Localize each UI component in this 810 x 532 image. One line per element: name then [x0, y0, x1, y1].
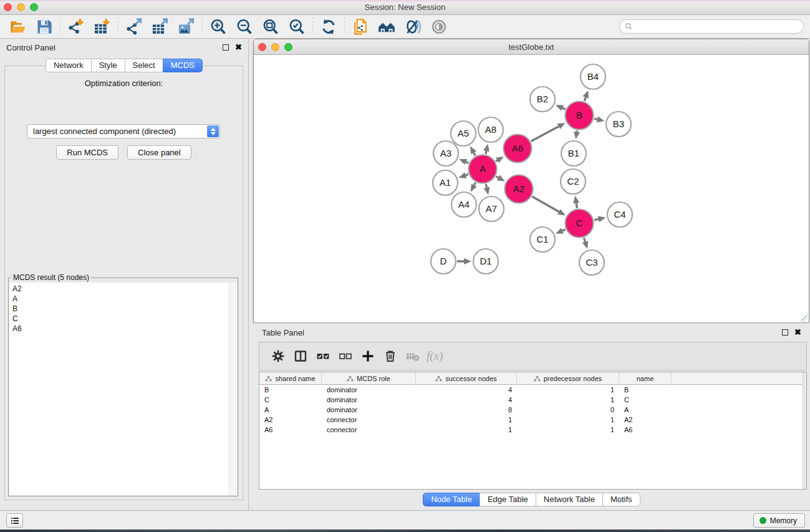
new-network-from-selection-button[interactable]: [347, 17, 374, 37]
column-settings-button[interactable]: [267, 346, 289, 366]
graph-edge-A-A2[interactable]: [496, 177, 498, 178]
float-table-panel-icon[interactable]: [782, 329, 788, 336]
graph-node-A1[interactable]: A1: [433, 170, 458, 195]
float-panel-icon[interactable]: [223, 44, 229, 51]
graph-edge-A-A4[interactable]: [474, 183, 475, 185]
table-row[interactable]: Bdominator41B: [259, 385, 806, 395]
graph-node-C4[interactable]: C4: [607, 202, 632, 227]
refresh-view-button[interactable]: [316, 17, 342, 37]
column-header-predecessor-nodes[interactable]: predecessor nodes: [517, 372, 619, 385]
tab-select[interactable]: Select: [125, 59, 163, 72]
select-all-rows-button[interactable]: [312, 346, 334, 366]
graph-edge-A-A5[interactable]: [474, 153, 476, 156]
graph-node-A8[interactable]: A8: [478, 117, 503, 142]
open-session-button[interactable]: [5, 17, 31, 37]
graph-node-A4[interactable]: A4: [451, 192, 476, 217]
graph-node-D[interactable]: D: [431, 249, 456, 274]
export-image-button[interactable]: [173, 17, 200, 37]
search-box[interactable]: [619, 19, 804, 34]
graph-edge-A6-B[interactable]: [531, 127, 559, 142]
optimization-criterion-select[interactable]: largest connected component (directed): [27, 124, 220, 138]
graph-node-D1[interactable]: D1: [473, 249, 498, 274]
column-header-shared-name[interactable]: shared name: [259, 372, 322, 385]
mcds-result-item[interactable]: A2: [9, 283, 237, 294]
graph-node-A6[interactable]: A6: [504, 135, 532, 163]
graph-node-C1[interactable]: C1: [530, 227, 555, 252]
column-header-MCDS-role[interactable]: MCDS role: [322, 372, 416, 385]
tab-motifs[interactable]: Motifs: [602, 493, 640, 506]
graph-node-C2[interactable]: C2: [561, 169, 586, 194]
network-canvas[interactable]: AA1A2A3A4A5A6A7A8BB1B2B3B4CC1C2C3C4DD1: [254, 56, 808, 321]
zoom-selected-button[interactable]: [284, 17, 310, 37]
graph-node-A5[interactable]: A5: [451, 121, 476, 146]
graph-edge-A-A6[interactable]: [496, 160, 498, 162]
table-row[interactable]: A6connector11A6: [259, 425, 806, 435]
graph-edge-C-C3[interactable]: [584, 238, 585, 241]
optimization-criterion-value: largest connected component (directed): [33, 127, 176, 136]
toggle-column-display-button[interactable]: [289, 346, 312, 366]
graph-edge-B-B3[interactable]: [594, 118, 597, 119]
close-panel-button[interactable]: Close panel: [127, 145, 191, 160]
zoom-out-button[interactable]: [231, 17, 258, 37]
show-graphics-details-button[interactable]: [400, 17, 426, 37]
graph-node-B4[interactable]: B4: [581, 64, 605, 89]
memory-button[interactable]: Memory: [753, 513, 805, 528]
tab-style[interactable]: Style: [91, 59, 125, 72]
graph-node-A3[interactable]: A3: [433, 141, 458, 166]
graph-edge-B-B4[interactable]: [584, 97, 586, 101]
mcds-result-item[interactable]: C: [9, 314, 237, 324]
graph-edge-A2-C[interactable]: [532, 196, 559, 211]
home-button[interactable]: [374, 17, 400, 37]
deselect-all-rows-button[interactable]: [334, 346, 357, 366]
table-row[interactable]: Cdominator41C: [259, 395, 806, 405]
graph-node-A[interactable]: A: [469, 155, 497, 183]
graph-edge-A-A8[interactable]: [486, 151, 486, 154]
graph-node-B[interactable]: B: [566, 102, 594, 130]
table-scrollbar[interactable]: [803, 372, 806, 489]
column-header-name[interactable]: name: [619, 372, 672, 385]
graph-node-C[interactable]: C: [566, 210, 594, 238]
tab-edge-table[interactable]: Edge Table: [480, 493, 536, 506]
mcds-result-item[interactable]: A6: [9, 324, 237, 334]
result-scrollbar[interactable]: [229, 283, 237, 495]
mcds-result-item[interactable]: B: [9, 304, 237, 314]
graph-edge-C-C1[interactable]: [562, 230, 566, 231]
column-header-successor-nodes[interactable]: successor nodes: [416, 372, 517, 385]
graph-edge-A-A3[interactable]: [466, 162, 468, 163]
tab-mcds[interactable]: MCDS: [163, 59, 203, 72]
graph-node-B3[interactable]: B3: [606, 112, 631, 137]
task-history-button[interactable]: [6, 513, 23, 528]
graph-edge-A-A7[interactable]: [486, 184, 486, 188]
import-network-button[interactable]: [63, 17, 89, 37]
graph-node-A2[interactable]: A2: [505, 175, 533, 203]
zoom-in-button[interactable]: [205, 17, 231, 37]
table-row[interactable]: Adominator80A: [259, 405, 806, 415]
create-column-button[interactable]: [357, 346, 379, 366]
graph-node-B1[interactable]: B1: [561, 141, 586, 166]
hide-graphics-details-button[interactable]: [426, 17, 452, 37]
mcds-result-item[interactable]: A: [9, 294, 237, 304]
resize-grip-icon[interactable]: [801, 314, 808, 322]
graph-node-A7[interactable]: A7: [479, 196, 504, 221]
graph-edge-C-C4[interactable]: [594, 219, 599, 220]
graph-node-C3[interactable]: C3: [579, 250, 604, 275]
save-session-button[interactable]: [31, 17, 57, 37]
run-mcds-button[interactable]: Run MCDS: [56, 145, 118, 160]
tab-network[interactable]: Network: [46, 59, 92, 72]
export-table-button[interactable]: [147, 17, 173, 37]
search-input[interactable]: [636, 22, 798, 31]
zoom-fit-button[interactable]: [258, 17, 284, 37]
tab-network-table[interactable]: Network Table: [536, 493, 603, 506]
delete-columns-button[interactable]: [379, 346, 402, 366]
network-window-titlebar[interactable]: testGlobe.txt: [254, 39, 809, 55]
import-table-button[interactable]: [89, 17, 115, 37]
tab-node-table[interactable]: Node Table: [423, 493, 480, 506]
graph-edge-B-B2[interactable]: [562, 108, 566, 109]
graph-edge-C-C2[interactable]: [576, 203, 577, 208]
graph-node-B2[interactable]: B2: [530, 87, 555, 112]
table-row[interactable]: A2connector11A2: [259, 415, 806, 425]
close-table-panel-icon[interactable]: ✖: [794, 329, 801, 336]
graph-edge-A-A1[interactable]: [466, 174, 468, 175]
export-network-button[interactable]: [121, 17, 147, 37]
close-panel-icon[interactable]: ✖: [235, 44, 242, 51]
